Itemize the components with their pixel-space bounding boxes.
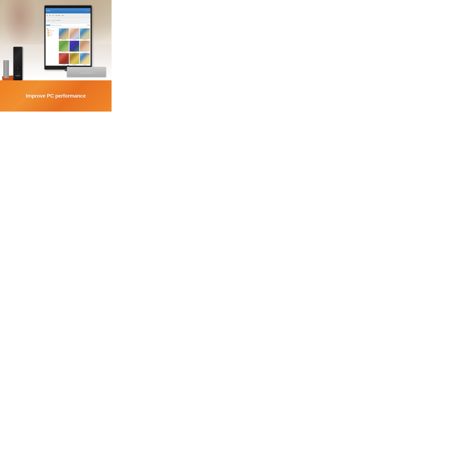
menu-file[interactable]: File — [46, 15, 48, 16]
thumbnail-maui-beach[interactable]: maui-beach.jpg — [80, 53, 90, 65]
addressbar: Location: E:\My Backed Up Files\Images G… — [46, 23, 91, 28]
go-button[interactable]: GO — [87, 24, 90, 26]
key — [80, 70, 82, 71]
thumbnail-label-chloe: chloe1.jpg — [69, 39, 80, 40]
key — [93, 70, 95, 71]
thumbnail-label-newport: newport winery.jpg — [69, 52, 80, 53]
key — [81, 71, 82, 72]
folder-name: Friends — [49, 35, 52, 36]
key — [86, 71, 87, 72]
window-title: My Files — [46, 10, 50, 11]
key — [85, 70, 86, 71]
banner-text: Improve PC performance — [26, 93, 86, 99]
thumbnail-grid: europe-day1.jpg chloe1.jpg beach-kite-da… — [58, 28, 91, 66]
window-controls: — □ ✕ — [86, 10, 90, 11]
key — [90, 70, 91, 71]
minimize-button[interactable]: — — [86, 10, 87, 11]
key — [90, 72, 91, 73]
sidebar-folder-friends1[interactable]: Friends — [46, 32, 58, 33]
menu-edit[interactable]: Edit — [49, 15, 51, 16]
close-button[interactable]: ✕ — [89, 10, 90, 11]
search-label: Search — [57, 20, 59, 21]
expand-icon — [47, 34, 48, 34]
thumbnail-image-central — [59, 53, 69, 64]
folder-icon — [48, 30, 49, 31]
orange-banner: Improve PC performance — [0, 80, 112, 112]
thumbnail-label-europe: europe-day1.jpg — [59, 39, 69, 40]
back-button[interactable]: << Back — [46, 19, 51, 21]
sidebar-folder-babychloe[interactable]: Baby Chloe — [46, 33, 58, 35]
sidebar-folder-family[interactable]: Family vacation — [46, 30, 58, 32]
thumbnail-image-central2 — [69, 53, 80, 64]
thumbnail-image-maui-beach — [80, 53, 90, 64]
folder-icon — [48, 34, 49, 34]
thumbnail-europe[interactable]: europe-day1.jpg — [59, 28, 69, 40]
thumbnail-newport[interactable]: newport winery.jpg — [69, 41, 80, 53]
expand-icon — [47, 30, 48, 31]
key — [83, 70, 85, 71]
wd-product-name: WD Elements — [13, 76, 22, 77]
thumbnail-label-central2: central-park2.jpg — [69, 64, 80, 65]
key — [82, 72, 83, 73]
key — [82, 70, 83, 71]
thumbnail-image-europe — [59, 28, 69, 39]
folder-icon — [47, 29, 48, 30]
toolbar: << Back Forward >> Search — [46, 18, 91, 23]
key — [88, 70, 90, 71]
expand-icon — [47, 32, 48, 33]
key — [92, 72, 94, 73]
thumbnail-label-beach-kite: beach-kite-day.jpg — [80, 39, 90, 40]
thumbnail-label-maui-beach: maui-beach.jpg — [80, 64, 90, 65]
drive-label: WD WD Elements — [13, 75, 22, 77]
spacebar — [81, 73, 92, 74]
key — [91, 71, 92, 72]
menu-view[interactable]: View — [52, 15, 54, 16]
location-label: Location: — [46, 25, 50, 26]
menu-favorites[interactable]: My Favorites — [55, 15, 61, 16]
thumbnail-central[interactable]: central-park.jpg — [59, 53, 69, 65]
key — [87, 70, 88, 71]
folder-name: Images — [48, 29, 51, 30]
thumbnail-hello-maui[interactable]: hello-from-maui.jpg — [80, 41, 90, 53]
key — [78, 70, 80, 71]
folder-icon — [48, 32, 49, 33]
key — [89, 71, 91, 72]
thumbnail-chloe[interactable]: chloe1.jpg — [69, 28, 80, 40]
thumbnail-sadie[interactable]: sadie-in-field.jpg — [59, 41, 69, 53]
sidebar-folder-images[interactable]: Images — [46, 28, 58, 30]
path-field[interactable]: E:\My Backed Up Files\Images — [51, 23, 87, 27]
folder-name: Friends — [49, 32, 52, 33]
sidebar: Images Family vacation Friends — [46, 28, 58, 66]
folder-name: Baby Chloe — [49, 34, 53, 34]
thumbnail-central2[interactable]: central-park2.jpg — [69, 53, 80, 65]
thumbnail-image-hello-maui — [80, 41, 90, 52]
keyboard-row-1 — [68, 70, 105, 71]
wd-logo: WD — [15, 75, 21, 76]
folder-icon — [48, 35, 49, 36]
path-text: E:\My Backed Up Files\Images — [51, 25, 61, 26]
key — [79, 72, 82, 73]
key — [79, 71, 81, 72]
thumbnail-label-sadie: sadie-in-field.jpg — [59, 52, 69, 53]
thumbnail-beach-kite[interactable]: beach-kite-day.jpg — [80, 28, 90, 40]
thumbnail-label-hello-maui: hello-from-maui.jpg — [80, 52, 90, 53]
pen-cup — [3, 60, 9, 78]
key — [87, 72, 88, 73]
key — [92, 70, 93, 71]
wd-elements-drive: WD WD Elements — [13, 47, 22, 80]
keyboard-row-3 — [68, 72, 105, 73]
key — [88, 72, 90, 73]
sidebar-folder-friends2[interactable]: Friends — [46, 35, 58, 37]
search-input[interactable] — [60, 20, 62, 21]
maximize-button[interactable]: □ — [87, 10, 88, 11]
keyboard-row-4 — [68, 73, 105, 74]
key — [82, 71, 84, 72]
drive-led — [18, 68, 18, 68]
menu-help[interactable]: Help — [62, 15, 64, 16]
key — [85, 72, 86, 73]
key — [87, 71, 89, 72]
expand-icon — [47, 35, 48, 36]
forward-button[interactable]: Forward >> — [51, 19, 56, 21]
menubar: File Edit View My Favorites Help — [46, 13, 91, 18]
search-box: Search — [57, 20, 62, 21]
